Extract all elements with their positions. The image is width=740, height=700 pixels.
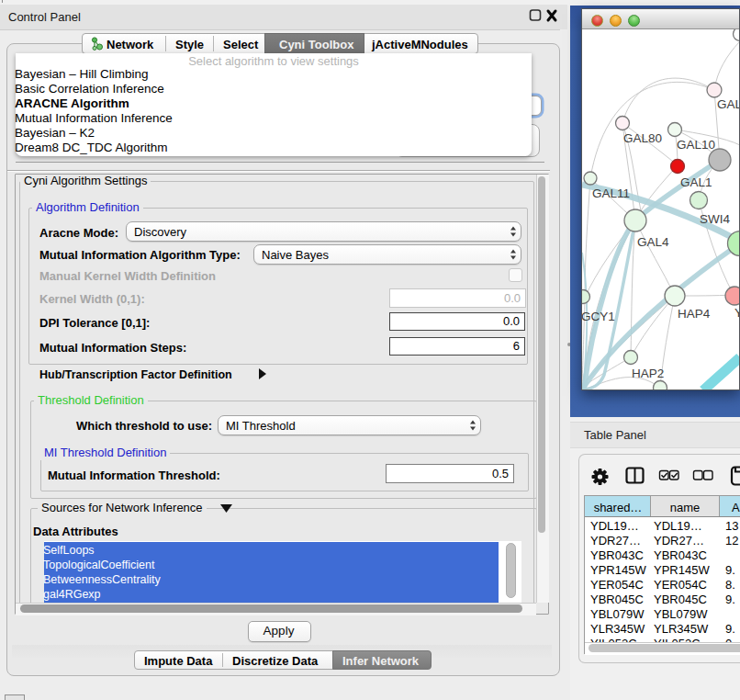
svg-text:GAL2: GAL2: [717, 97, 739, 111]
svg-text:GAL4: GAL4: [637, 235, 669, 249]
svg-text:GAL80: GAL80: [623, 131, 662, 145]
svg-text:GAL1: GAL1: [680, 175, 712, 189]
svg-text:YJ: YJ: [734, 306, 739, 320]
svg-text:HAP4: HAP4: [678, 307, 711, 321]
svg-text:GAL10: GAL10: [677, 138, 715, 152]
svg-text:GCY1: GCY1: [582, 310, 615, 323]
svg-text:GAL11: GAL11: [592, 186, 630, 200]
svg-text:HAP2: HAP2: [632, 367, 664, 380]
svg-text:SWI4: SWI4: [700, 212, 730, 226]
